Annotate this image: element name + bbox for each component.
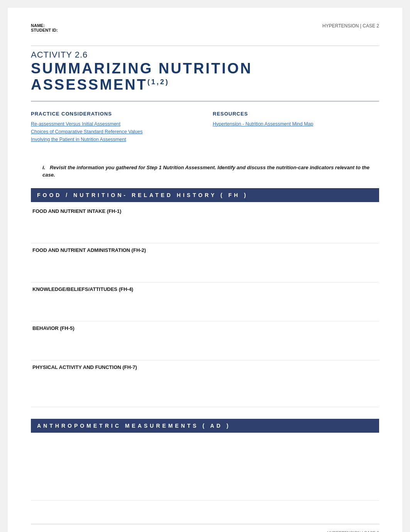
anthropometric-banner: ANTHROPOMETRIC MEASUREMENTS ( AD ) xyxy=(31,419,379,433)
practice-resources-section: PRACTICE CONSIDERATIONS Re-assessment Ve… xyxy=(31,111,379,152)
resources-col: RESOURCES Hypertension - Nutrition Asses… xyxy=(213,111,379,144)
top-divider xyxy=(31,46,379,46)
practice-considerations-col: PRACTICE CONSIDERATIONS Re-assessment Ve… xyxy=(31,111,197,144)
resources-heading: RESOURCES xyxy=(213,111,379,117)
fh7-content[interactable] xyxy=(31,372,379,407)
practice-link-reassessment[interactable]: Re-assessment Versus Initial Assessment xyxy=(31,121,197,127)
title-divider xyxy=(31,101,379,102)
food-history-banner: FOOD / NUTRITION- RELATED HISTORY ( FH ) xyxy=(31,188,379,202)
activity-superscript: (1,2) xyxy=(147,78,169,86)
page-header: NAME: STUDENT ID: HYPERTENSION | CASE 2 xyxy=(31,23,379,36)
resources-link-mindmap[interactable]: Hypertension - Nutrition Assessment Mind… xyxy=(213,121,379,127)
instruction-text: Revisit the information you gathered for… xyxy=(42,165,369,178)
practice-link-involving[interactable]: Involving the Patient in Nutrition Asses… xyxy=(31,137,197,142)
header-left: NAME: STUDENT ID: xyxy=(31,23,58,32)
fh4-content[interactable] xyxy=(31,294,379,321)
fh1-content[interactable] xyxy=(31,216,379,243)
page: NAME: STUDENT ID: HYPERTENSION | CASE 2 … xyxy=(8,8,402,532)
footer: HYPERTENSION | CASE 2 © Stewart, Vivanti… xyxy=(31,530,379,532)
activity-number: ACTIVITY 2.6 xyxy=(31,50,379,60)
instruction-block: i. Revisit the information you gathered … xyxy=(31,164,379,179)
fh5-section: BEHAVIOR (FH-5) xyxy=(31,325,379,360)
activity-title: SUMMARIZING NUTRITION ASSESSMENT(1,2) xyxy=(31,61,379,93)
anthropometric-content[interactable] xyxy=(31,439,379,501)
footer-divider xyxy=(31,524,379,524)
fh4-section: KNOWLEDGE/BELIEFS/ATTITUDES (FH-4) xyxy=(31,286,379,321)
header-case-info: HYPERTENSION | CASE 2 xyxy=(322,23,379,29)
name-label: NAME: xyxy=(31,23,58,28)
practice-link-choices[interactable]: Choices of Comparative Standard Referenc… xyxy=(31,129,197,134)
fh2-section: FOOD AND NUTRIENT ADMINISTRATION (FH-2) xyxy=(31,247,379,282)
practice-considerations-heading: PRACTICE CONSIDERATIONS xyxy=(31,111,197,117)
fh1-heading: FOOD AND NUTRIENT INTAKE (FH-1) xyxy=(31,208,379,214)
fh2-content[interactable] xyxy=(31,255,379,282)
fh5-heading: BEHAVIOR (FH-5) xyxy=(31,325,379,331)
fh5-content[interactable] xyxy=(31,333,379,360)
fh1-section: FOOD AND NUTRIENT INTAKE (FH-1) xyxy=(31,208,379,243)
footer-case-info: HYPERTENSION | CASE 2 xyxy=(31,530,379,532)
instruction-number: i. xyxy=(42,165,45,170)
fh7-section: PHYSICAL ACTIVITY AND FUNCTION (FH-7) xyxy=(31,364,379,407)
fh2-heading: FOOD AND NUTRIENT ADMINISTRATION (FH-2) xyxy=(31,247,379,253)
student-id-label: STUDENT ID: xyxy=(31,28,58,32)
fh7-heading: PHYSICAL ACTIVITY AND FUNCTION (FH-7) xyxy=(31,364,379,370)
fh4-heading: KNOWLEDGE/BELIEFS/ATTITUDES (FH-4) xyxy=(31,286,379,292)
